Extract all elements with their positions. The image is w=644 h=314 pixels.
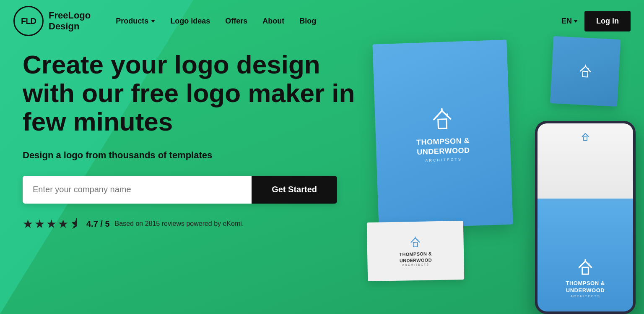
phone-screen: THOMPSON &UNDERWOOD ARCHITECTS	[538, 123, 633, 311]
biz-card-sub: ARCHITECTS	[402, 263, 429, 266]
card-large-company-name: THOMPSON &UNDERWOOD	[416, 136, 470, 157]
language-button[interactable]: EN	[561, 17, 578, 26]
svg-rect-7	[413, 242, 418, 247]
business-card-mockup: THOMPSON &UNDERWOOD ARCHITECTS	[367, 221, 464, 281]
nav-item-offers[interactable]: Offers	[225, 17, 247, 26]
nav-right: EN Log in	[561, 11, 631, 31]
phone-house-icon	[576, 258, 595, 277]
nav-links: Products Logo ideas Offers About Blog	[116, 17, 316, 26]
lang-chevron-icon	[574, 20, 578, 23]
hero-section: THOMPSON &UNDERWOOD ARCHITECTS THOMPSON …	[0, 0, 644, 314]
phone-logo-name: THOMPSON &UNDERWOOD	[566, 280, 605, 294]
hero-mockup: THOMPSON &UNDERWOOD ARCHITECTS THOMPSON …	[342, 34, 644, 314]
svg-rect-11	[582, 267, 589, 274]
hero-headline: Create your logo design with our free lo…	[23, 50, 366, 136]
svg-rect-4	[582, 71, 588, 77]
star-2: ★	[34, 217, 45, 231]
phone-logo-sub: ARCHITECTS	[570, 294, 600, 298]
hero-subheadline: Design a logo from thousands of template…	[23, 150, 366, 161]
house-icon-small	[577, 63, 593, 79]
nav-products-link[interactable]: Products	[116, 17, 155, 26]
rating-score: 4.7 / 5	[86, 219, 110, 229]
nav-item-products[interactable]: Products	[116, 17, 155, 26]
company-name-input[interactable]	[23, 176, 252, 204]
search-bar: Get Started	[23, 176, 337, 204]
logo-text: FreeLogo Design	[49, 10, 91, 32]
logo-link[interactable]: FLD FreeLogo Design	[13, 6, 91, 36]
rating-label: Based on 2815 reviews powered by eKomi.	[115, 220, 244, 228]
login-button[interactable]: Log in	[584, 11, 631, 31]
logo-initials: FLD	[21, 16, 36, 26]
svg-rect-10	[584, 137, 587, 141]
star-rating: ★ ★ ★ ★ ⯨	[23, 217, 81, 231]
star-3: ★	[46, 217, 57, 231]
rating-row: ★ ★ ★ ★ ⯨ 4.7 / 5 Based on 2815 reviews …	[23, 217, 366, 231]
star-1: ★	[23, 217, 33, 231]
hero-content: Create your logo design with our free lo…	[23, 50, 366, 231]
star-5-half: ⯨	[70, 217, 81, 231]
nav-about-link[interactable]: About	[262, 17, 284, 25]
house-icon-biz	[409, 236, 422, 249]
nav-offers-link[interactable]: Offers	[225, 17, 247, 25]
logo-circle: FLD	[13, 6, 44, 36]
phone-logo-icon-top	[580, 132, 590, 142]
small-card-mockup	[550, 36, 621, 107]
phone-mockup: THOMPSON &UNDERWOOD ARCHITECTS	[535, 121, 636, 314]
nav-item-logo-ideas[interactable]: Logo ideas	[170, 17, 210, 26]
nav-logo-ideas-link[interactable]: Logo ideas	[170, 17, 210, 25]
nav-item-blog[interactable]: Blog	[299, 17, 316, 26]
star-4: ★	[58, 217, 68, 231]
nav-blog-link[interactable]: Blog	[299, 17, 316, 25]
chevron-down-icon	[151, 20, 155, 23]
card-large-company-sub: ARCHITECTS	[425, 157, 462, 163]
svg-rect-0	[438, 119, 447, 128]
phone-logo-area: THOMPSON &UNDERWOOD ARCHITECTS	[566, 258, 605, 298]
house-icon-large	[429, 106, 455, 132]
biz-card-name: THOMPSON &UNDERWOOD	[399, 251, 432, 264]
get-started-button[interactable]: Get Started	[252, 176, 337, 204]
navbar: FLD FreeLogo Design Products Logo ideas …	[0, 0, 644, 42]
large-card-mockup: THOMPSON &UNDERWOOD ARCHITECTS	[372, 40, 513, 229]
nav-item-about[interactable]: About	[262, 17, 284, 26]
